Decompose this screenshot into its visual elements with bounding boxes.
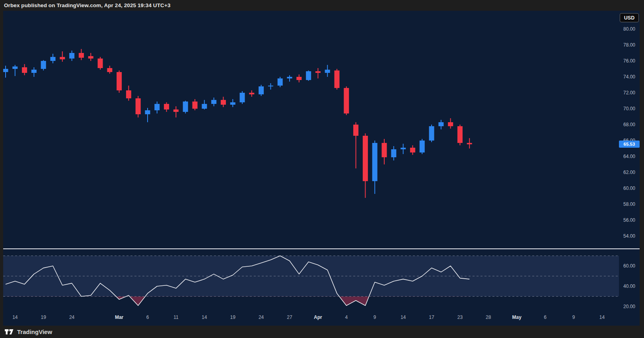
tradingview-snapshot: Orbex published on TradingView.com, Apr … [0,0,644,338]
price-axis-label: 54.00 [617,233,641,239]
candle-body [193,102,198,109]
candle-body [31,70,37,73]
candle-body [164,104,169,109]
candle-body [240,93,245,102]
time-axis-label: 27 [278,315,302,320]
candle-body [173,109,179,112]
candle-body [457,126,463,143]
candle-body [296,77,302,80]
candle-body [335,70,340,88]
price-axis-label: 60.00 [617,185,641,191]
tradingview-logo-icon[interactable] [5,328,14,335]
candle-body [467,143,472,144]
time-axis-label: 19 [31,315,55,320]
candle-body [353,125,358,136]
rsi-axis-label: 20.00 [617,303,641,310]
time-axis-label: 14 [391,315,415,320]
candle-body [410,148,415,152]
price-axis-label: 74.00 [617,74,641,80]
candle-body [429,126,434,141]
pane-separator[interactable] [3,248,640,249]
rsi-axis-label: 60.00 [617,263,641,269]
candle-body [60,57,65,59]
candle-body [117,72,122,90]
last-price-tag: 65.53 [619,141,640,148]
candle-body [3,69,8,72]
time-axis-month-label: May [505,315,529,320]
price-axis-label: 56.00 [617,217,641,223]
candle-body [51,57,56,61]
time-axis-label: 9 [562,315,586,320]
candle-body [268,86,273,86]
time-axis-label: 14 [3,315,27,320]
candle-body [438,122,444,126]
candle-body [88,56,93,59]
candle-body [211,100,216,104]
time-axis-label: 11 [164,315,188,320]
candle-body [372,143,377,181]
price-axis-label: 70.00 [617,106,641,112]
candle-body [420,141,425,152]
candle-body [448,122,453,126]
candle-body [98,59,103,68]
currency-badge[interactable]: USD [620,13,639,22]
candle-body [249,93,254,94]
time-axis-label: 6 [533,315,557,320]
publish-banner-text: Orbex published on TradingView.com, Apr … [4,2,171,8]
candle-body [325,70,330,73]
candle-body [79,53,84,58]
time-axis-label: 6 [136,315,160,320]
candle-body [259,86,264,94]
time-axis-label: 4 [335,315,358,320]
candle-body [41,61,46,69]
candle-body [136,98,141,114]
time-axis-label: 23 [448,315,472,320]
time-axis-label: 14 [590,315,614,320]
candle-body [202,104,207,109]
publish-banner: Orbex published on TradingView.com, Apr … [0,0,644,11]
candle-body [306,71,311,80]
price-axis-label: 72.00 [617,90,641,96]
time-axis-label: 19 [221,315,245,320]
candle-body [363,136,368,181]
price-axis-label: 62.00 [617,169,641,176]
candle-body [12,66,18,69]
chart-svg[interactable] [3,11,640,326]
candle-body [22,67,27,73]
chart-canvas[interactable]: USD 80.0078.0076.0074.0072.0070.0068.006… [3,11,640,326]
time-axis-month-label: Apr [306,315,330,320]
price-axis-label: 76.00 [617,58,641,64]
time-axis-label: 28 [477,315,500,320]
candle-body [278,78,283,86]
footer-bar: TradingView [0,326,644,338]
candle-body [287,77,292,78]
price-axis-label: 78.00 [617,42,641,48]
candle-body [221,100,226,105]
candle-body [401,148,406,149]
candle-body [145,110,150,114]
candle-body [382,143,387,157]
candle-body [344,88,349,113]
time-axis-label: 9 [363,315,387,320]
time-axis-label: 24 [60,315,84,320]
candle-body [391,149,396,157]
candle-body [154,104,160,110]
time-axis-label: 24 [249,315,273,320]
candle-body [107,68,112,72]
candle-body [69,53,74,59]
tradingview-wordmark[interactable]: TradingView [17,328,52,335]
candle-body [315,71,321,73]
candle-body [230,102,235,105]
price-axis-label: 68.00 [617,121,641,128]
candle-body [183,102,188,112]
time-axis-month-label: Mar [107,315,131,320]
time-axis-label: 17 [420,315,444,320]
time-axis-label: 14 [193,315,216,320]
price-axis-label: 80.00 [617,26,641,32]
price-axis-label: 58.00 [617,201,641,207]
candle-body [126,90,131,98]
price-axis-label: 64.00 [617,153,641,160]
rsi-axis-label: 40.00 [617,283,641,289]
